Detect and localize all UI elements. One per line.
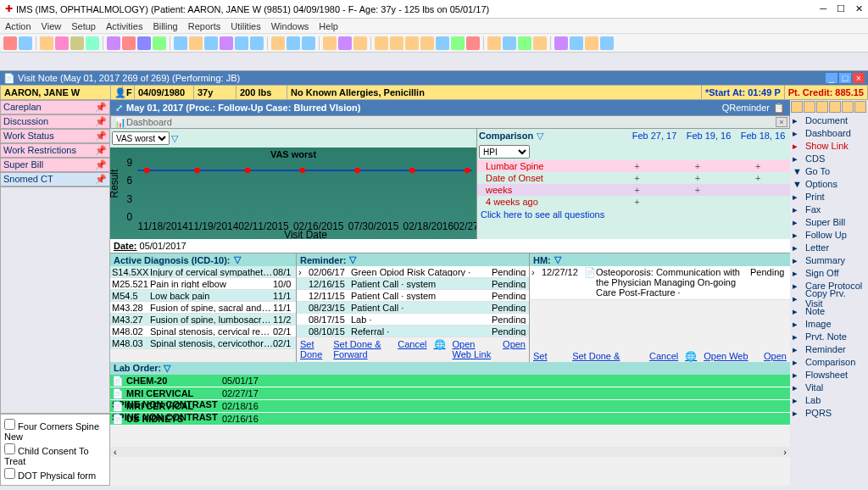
toolbar-icon[interactable] (600, 36, 614, 50)
toolbar-icon[interactable] (487, 36, 501, 50)
pin-icon[interactable]: 📌 (95, 174, 107, 185)
pin-icon[interactable]: 📌 (95, 145, 107, 156)
filter-icon[interactable]: ▽ (234, 254, 241, 265)
toolbar-icon[interactable] (137, 36, 151, 50)
toolbar-icon[interactable] (302, 36, 315, 50)
toolbar-icon[interactable] (86, 36, 99, 50)
see-all-questions-link[interactable]: Click here to see all questions (477, 208, 790, 221)
chart-metric-select[interactable]: VAS worst (112, 131, 170, 145)
toolbar-icon[interactable] (375, 36, 388, 50)
minimize-icon[interactable]: ─ (820, 3, 826, 14)
menu-utilities[interactable]: Utilities (231, 21, 260, 31)
left-nav-item[interactable]: Snomed CT📌 (0, 172, 110, 187)
menu-action[interactable]: Action (5, 21, 31, 31)
right-nav-item[interactable]: ▸Sign Off (790, 266, 868, 279)
right-btn[interactable] (804, 101, 815, 113)
horiz-scrollbar[interactable]: ‹› (110, 447, 790, 457)
left-nav-item[interactable]: Work Status📌 (0, 129, 110, 143)
toolbar-icon[interactable] (204, 36, 218, 50)
close-panel-icon[interactable]: × (853, 73, 865, 83)
toolbar-icon[interactable] (153, 36, 166, 50)
right-nav-item[interactable]: ▸PQRS (790, 406, 868, 419)
lab-row[interactable]: 📄 US KIDNEYS02/16/16 (110, 413, 790, 426)
comparison-select[interactable]: HPI (479, 145, 530, 159)
menu-activities[interactable]: Activities (106, 21, 142, 31)
check-four-corners[interactable]: Four Corners Spine New (4, 418, 106, 443)
left-nav-item[interactable]: Work Restrictions📌 (0, 143, 110, 158)
reminder-row[interactable]: 08/23/15Patient Call ·Pending (297, 302, 529, 314)
reminder-row[interactable]: 08/10/15Referral ·Pending (297, 326, 529, 337)
toolbar-icon[interactable] (271, 36, 285, 50)
lab-row[interactable]: 📄 MRI CERVICAL SPINE NON CONTRAST02/27/1… (110, 387, 790, 400)
right-nav-item[interactable]: ▸Print (790, 190, 868, 203)
toolbar-icon[interactable] (338, 36, 352, 50)
maximize-icon[interactable]: ☐ (837, 3, 845, 14)
menu-setup[interactable]: Setup (71, 21, 96, 31)
toolbar-icon[interactable] (533, 36, 547, 50)
filter-icon[interactable]: ▽ (171, 133, 178, 144)
qreminder-link[interactable]: QReminder (722, 103, 770, 113)
right-btn[interactable] (816, 101, 828, 113)
expand-icon[interactable]: ⤢ (115, 103, 123, 114)
patient-icon[interactable]: 👤 (111, 86, 123, 99)
right-nav-item[interactable]: ▸Prvt. Note (790, 330, 868, 342)
diagnosis-row[interactable]: M43.28Fusion of spine, sacral and sacroc… (110, 302, 296, 314)
toolbar-icon[interactable] (107, 36, 120, 50)
menu-reports[interactable]: Reports (188, 21, 221, 31)
right-nav-item[interactable]: ▼Go To (790, 164, 868, 177)
diagnosis-row[interactable]: S14.5XXInjury of cervical sympathetic ne… (110, 266, 296, 278)
reminder-row[interactable]: 08/17/15Lab ·Pending (297, 314, 529, 326)
menu-view[interactable]: View (42, 21, 62, 31)
open-link[interactable]: Open (503, 339, 526, 359)
toolbar-icon[interactable] (3, 36, 17, 50)
dashboard-close-icon[interactable]: × (776, 117, 787, 127)
pin-icon[interactable]: 📌 (95, 131, 107, 142)
reminder-row[interactable]: 12/11/15Patient Call · systemPending (297, 290, 529, 302)
toolbar-icon[interactable] (55, 36, 69, 50)
menu-billing[interactable]: Billing (153, 21, 177, 31)
close-icon[interactable]: ✕ (855, 3, 863, 14)
toolbar-icon[interactable] (70, 36, 84, 50)
toolbar-icon[interactable] (40, 36, 53, 50)
toolbar-icon[interactable] (19, 36, 32, 50)
toolbar-icon[interactable] (451, 36, 465, 50)
maximize-panel-icon[interactable]: □ (839, 73, 851, 83)
filter-icon[interactable]: ▽ (554, 254, 561, 265)
right-nav-item[interactable]: ▸Show Link (790, 139, 868, 152)
pin-icon[interactable]: 📌 (95, 102, 107, 113)
toolbar-icon[interactable] (250, 36, 264, 50)
toolbar-icon[interactable] (220, 36, 233, 50)
toolbar-icon[interactable] (323, 36, 337, 50)
check-child-consent[interactable]: Child Consent To Treat (4, 443, 106, 467)
menu-help[interactable]: Help (319, 21, 338, 31)
right-nav-item[interactable]: ▸Follow Up (790, 228, 868, 241)
diagnosis-row[interactable]: M25.521Pain in right elbow10/0 (110, 278, 296, 290)
toolbar-icon[interactable] (518, 36, 531, 50)
toolbar-icon[interactable] (390, 36, 403, 50)
right-nav-item[interactable]: ▸Document (790, 114, 868, 126)
right-nav-item[interactable]: ▸CDS (790, 152, 868, 164)
right-nav-item[interactable]: ▸Copy Prv. Visit (790, 292, 868, 304)
toolbar-icon[interactable] (287, 36, 300, 50)
toolbar-icon[interactable] (585, 36, 598, 50)
check-dot-physical[interactable]: DOT Physical form (4, 467, 106, 482)
right-btn[interactable] (854, 101, 866, 113)
toolbar-icon[interactable] (235, 36, 248, 50)
toolbar-icon[interactable] (122, 36, 136, 50)
right-btn[interactable] (842, 101, 854, 113)
right-nav-item[interactable]: ▸Summary (790, 253, 868, 266)
diagnosis-row[interactable]: M54.5Low back pain11/1 (110, 290, 296, 302)
right-nav-item[interactable]: ▸Image (790, 317, 868, 330)
right-btn[interactable] (829, 101, 841, 113)
right-nav-item[interactable]: ▸Fax (790, 203, 868, 215)
minimize-panel-icon[interactable]: _ (826, 73, 837, 83)
open-web-link[interactable]: Open Web Link (453, 339, 497, 359)
pin-icon[interactable]: 📌 (95, 159, 107, 170)
right-nav-item[interactable]: ▸Super Bill (790, 215, 868, 228)
toolbar-icon[interactable] (503, 36, 516, 50)
left-nav-item[interactable]: Super Bill📌 (0, 158, 110, 172)
left-nav-item[interactable]: Careplan📌 (0, 100, 110, 114)
filter-icon[interactable]: ▽ (537, 131, 543, 142)
pin-icon[interactable]: 📌 (95, 116, 107, 127)
diagnosis-row[interactable]: M43.27Fusion of spine, lumbosacral regio… (110, 314, 296, 326)
